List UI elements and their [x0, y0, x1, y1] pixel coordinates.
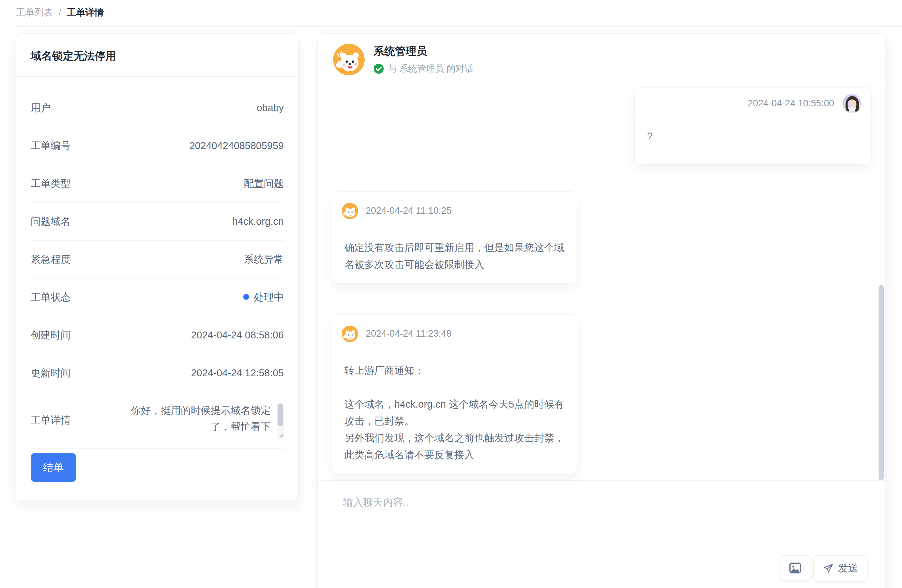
field-label: 工单类型: [31, 177, 70, 191]
status-dot-icon: [243, 294, 249, 300]
status-value: 处理中: [243, 291, 284, 304]
send-icon: [823, 563, 834, 574]
image-upload-button[interactable]: [780, 555, 810, 581]
chat-subtitle-row: 与 系统管理员 的对话: [374, 63, 473, 75]
ticket-detail-text: 你好，挺用的时候提示域名锁定了，帮忙看下: [122, 402, 284, 435]
textarea-scrollbar-thumb[interactable]: [277, 403, 283, 426]
breadcrumb-separator: /: [58, 7, 61, 18]
field-row-domain: 问题域名 h4ck.org.cn: [31, 203, 284, 241]
field-label: 工单状态: [31, 291, 70, 304]
verified-check-icon: [374, 64, 384, 74]
breadcrumb: 工单列表 / 工单详情: [16, 6, 104, 19]
message-body: 转上游厂商通知： 这个域名，h4ck.org.cn 这个域名今天5点的时候有攻击…: [332, 353, 578, 474]
message-header: 2024-04-24 11:23:48: [332, 315, 578, 353]
message-body: ?: [635, 119, 871, 162]
chat-admin-name: 系统管理员: [374, 44, 473, 58]
message-card-admin: 2024-04-24 11:10:25 确定没有攻击后即可重新启用，但是如果您这…: [332, 191, 577, 284]
field-row-ticket-id: 工单编号 20240424085805959: [31, 127, 284, 165]
field-row-ticket-type: 工单类型 配置问题: [31, 165, 284, 203]
ticket-info-card: 域名锁定无法停用 用户 obaby 工单编号 20240424085805959…: [16, 33, 299, 501]
ticket-title: 域名锁定无法停用: [16, 34, 298, 77]
chat-header: Hi 系统管理员: [318, 34, 885, 85]
chat-card: Hi 系统管理员: [318, 33, 886, 588]
send-button[interactable]: 发送: [813, 555, 868, 582]
admin-avatar-small: [341, 326, 358, 342]
chat-messages: 2024-04-24 10:55:00: [318, 85, 885, 480]
field-value: 2024-04-24 08:58:06: [191, 330, 284, 341]
message-timestamp: 2024-04-24 11:10:25: [366, 205, 451, 216]
field-label: 问题域名: [31, 215, 70, 228]
message-body: 确定没有攻击后即可重新启用，但是如果您这个域名被多次攻击可能会被限制接入: [332, 230, 577, 283]
ticket-detail-textarea[interactable]: 你好，挺用的时候提示域名锁定了，帮忙看下: [122, 402, 284, 438]
status-text: 处理中: [254, 292, 284, 303]
field-value: obaby: [257, 102, 284, 114]
field-value: 系统异常: [244, 253, 284, 266]
resize-handle-icon[interactable]: [277, 432, 284, 438]
field-row-urgency: 紧急程度 系统异常: [31, 241, 284, 278]
field-row-updated-at: 更新时间 2024-04-24 12:58:05: [31, 354, 284, 392]
field-row-detail: 工单详情 你好，挺用的时候提示域名锁定了，帮忙看下: [31, 392, 284, 449]
field-value: 配置问题: [244, 177, 284, 191]
chat-scrollbar-thumb[interactable]: [879, 285, 884, 480]
header-divider: [16, 26, 902, 27]
admin-avatar-small: [341, 203, 358, 219]
message-card-admin: 2024-04-24 11:23:48 转上游厂商通知： 这个域名，h4ck.o…: [332, 314, 578, 474]
image-icon: [789, 563, 802, 574]
message-header: 2024-04-24 11:10:25: [332, 192, 577, 230]
field-value: 20240424085805959: [189, 140, 284, 152]
message-header: 2024-04-24 10:55:00: [635, 88, 871, 119]
message-timestamp: 2024-04-24 10:55:00: [748, 98, 834, 109]
field-value: 2024-04-24 12:58:05: [191, 368, 284, 379]
ticket-detail-page: 工单列表 / 工单详情 域名锁定无法停用 用户 obaby 工单编号 20240…: [0, 0, 902, 588]
chat-subtitle: 与 系统管理员 的对话: [388, 63, 473, 75]
message-timestamp: 2024-04-24 11:23:48: [366, 328, 451, 339]
field-label: 工单详情: [31, 413, 70, 427]
ticket-fields: 用户 obaby 工单编号 20240424085805959 工单类型 配置问…: [16, 77, 298, 449]
field-label: 更新时间: [31, 366, 70, 380]
send-label: 发送: [838, 561, 858, 575]
close-ticket-button[interactable]: 结单: [31, 453, 76, 482]
admin-avatar: Hi: [333, 44, 365, 75]
breadcrumb-link-ticket-list[interactable]: 工单列表: [16, 6, 53, 19]
breadcrumb-current: 工单详情: [67, 6, 104, 19]
field-label: 紧急程度: [31, 253, 70, 266]
user-avatar: [842, 94, 862, 113]
field-row-status: 工单状态 处理中: [31, 278, 284, 316]
chat-composer: 发送: [318, 480, 885, 588]
field-row-user: 用户 obaby: [31, 89, 284, 127]
field-value: h4ck.org.cn: [232, 216, 284, 227]
field-label: 创建时间: [31, 328, 70, 342]
field-label: 用户: [31, 101, 51, 115]
field-row-created-at: 创建时间 2024-04-24 08:58:06: [31, 316, 284, 354]
message-card-user: 2024-04-24 10:55:00: [634, 88, 872, 164]
field-label: 工单编号: [31, 139, 70, 153]
